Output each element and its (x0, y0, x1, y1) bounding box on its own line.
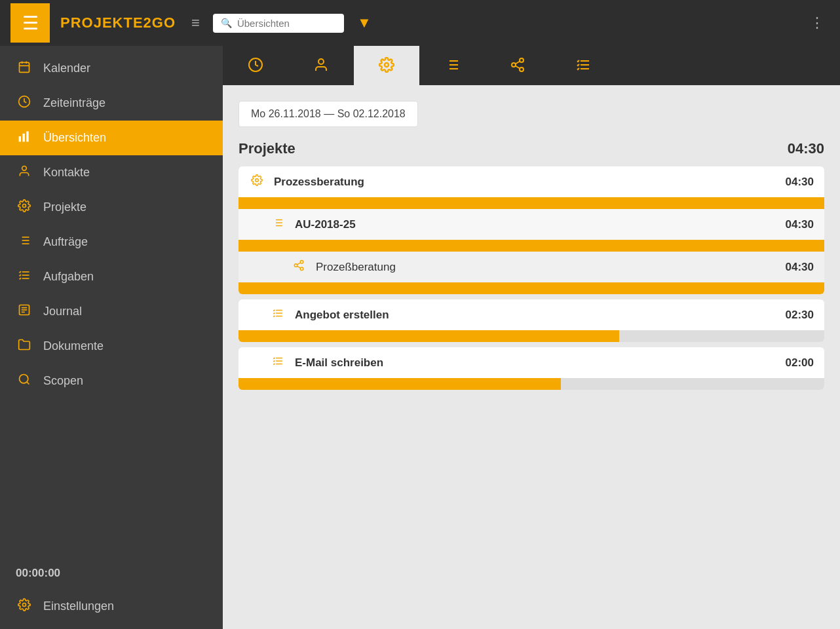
tab-checklist[interactable] (550, 46, 616, 85)
sidebar-item-projekte[interactable]: Projekte (0, 190, 223, 225)
section-title: Projekte (239, 140, 296, 157)
contact-icon (16, 164, 33, 181)
gear-icon (16, 199, 33, 216)
svg-rect-6 (23, 134, 25, 142)
sidebar-label-kontakte: Kontakte (43, 166, 90, 180)
folder-icon (16, 338, 33, 354)
sidebar-label-journal: Journal (43, 305, 82, 318)
more-options-button[interactable]: ⋮ (805, 9, 830, 37)
svg-point-35 (520, 58, 524, 62)
tab-list[interactable] (419, 46, 485, 85)
svg-point-23 (20, 375, 28, 383)
progress-bar-au2018 (239, 240, 824, 252)
sidebar-label-einstellungen: Einstellungen (43, 600, 114, 613)
project-time-au2018: 04:30 (786, 218, 814, 231)
sidebar-label-aufgaben: Aufgaben (43, 270, 94, 284)
search-icon: 🔍 (221, 18, 232, 28)
orders-icon (16, 234, 33, 250)
progress-bar-prozessberatung-sub (239, 282, 824, 294)
project-card-angebot: Angebot erstellen 02:30 (239, 299, 824, 342)
sidebar-item-kontakte[interactable]: Kontakte (0, 155, 223, 190)
svg-line-53 (297, 266, 300, 268)
progress-fill-au2018 (239, 240, 824, 252)
sidebar-item-scopen[interactable]: Scopen (0, 364, 223, 398)
sidebar-item-uebersichten[interactable]: Übersichten (0, 121, 223, 155)
section-total: 04:30 (788, 140, 824, 157)
progress-bar-email (239, 378, 824, 390)
content-body: Mo 26.11.2018 — So 02.12.2018 Projekte 0… (223, 85, 840, 629)
logo-text: PROJEKTE2GO (60, 14, 176, 31)
content-area: Mo 26.11.2018 — So 02.12.2018 Projekte 0… (223, 46, 840, 629)
progress-fill-prozessberatung (239, 197, 824, 209)
project-row-email[interactable]: E-Mail schreiben 02:00 (239, 347, 824, 378)
hamburger-button[interactable]: ≡ (186, 9, 205, 37)
sidebar-label-zeiteintraege: Zeiteinträge (43, 96, 105, 110)
tab-time[interactable] (223, 46, 288, 85)
tabs-bar (223, 46, 840, 85)
svg-point-51 (294, 264, 297, 267)
svg-point-25 (23, 603, 26, 607)
logo-box: ☰ (10, 3, 50, 43)
project-time-prozessberatung-sub: 04:30 (786, 261, 814, 274)
svg-point-37 (520, 67, 524, 71)
journal-icon (16, 303, 33, 320)
sidebar-label-auftraege: Aufträge (43, 235, 88, 249)
svg-point-52 (300, 267, 303, 271)
progress-bar-angebot (239, 330, 824, 342)
filter-button[interactable]: ▼ (352, 9, 377, 37)
tab-gear[interactable] (354, 46, 419, 85)
sidebar-bottom: 00:00:00 Einstellungen (0, 552, 223, 629)
clock-icon (16, 95, 33, 111)
sidebar-label-uebersichten: Übersichten (43, 131, 106, 145)
scope-icon (16, 373, 33, 389)
sidebar: Kalender Zeiteinträge Übersichten Kontak… (0, 46, 223, 629)
svg-rect-7 (26, 132, 28, 142)
main-layout: Kalender Zeiteinträge Übersichten Kontak… (0, 46, 840, 629)
sidebar-item-dokumente[interactable]: Dokumente (0, 329, 223, 364)
sidebar-item-aufgaben[interactable]: Aufgaben (0, 259, 223, 294)
calendar-icon (16, 60, 33, 77)
header: ☰ PROJEKTE2GO ≡ 🔍 ▼ ⋮ (0, 0, 840, 46)
project-row-au2018[interactable]: AU-2018-25 04:30 (239, 209, 824, 240)
progress-fill-prozessberatung-sub (239, 282, 824, 294)
project-icon-prozessberatung (249, 174, 265, 189)
sidebar-item-einstellungen[interactable]: Einstellungen (0, 589, 223, 624)
project-label-angebot: Angebot erstellen (295, 309, 776, 322)
settings-icon (16, 598, 33, 615)
project-row-prozessberatung-sub[interactable]: Prozeßberatung 04:30 (239, 252, 824, 282)
sidebar-item-auftraege[interactable]: Aufträge (0, 225, 223, 259)
project-row-angebot[interactable]: Angebot erstellen 02:30 (239, 299, 824, 330)
svg-point-8 (22, 166, 27, 171)
tasks-icon (16, 269, 33, 285)
project-row-prozessberatung[interactable]: Prozessberatung 04:30 (239, 166, 824, 197)
sidebar-item-zeiteintraege[interactable]: Zeiteinträge (0, 86, 223, 121)
tab-share[interactable] (485, 46, 550, 85)
svg-point-43 (256, 179, 259, 182)
section-header: Projekte 04:30 (239, 140, 824, 157)
sidebar-label-kalender: Kalender (43, 62, 90, 75)
sidebar-item-kalender[interactable]: Kalender (0, 51, 223, 86)
project-time-angebot: 02:30 (786, 309, 814, 322)
svg-point-27 (318, 59, 324, 64)
sidebar-label-projekte: Projekte (43, 200, 86, 214)
chart-icon (16, 130, 33, 146)
search-box: 🔍 (213, 14, 344, 33)
project-time-prozessberatung: 04:30 (786, 176, 814, 189)
project-card-email: E-Mail schreiben 02:00 (239, 347, 824, 390)
tab-person[interactable] (288, 46, 354, 85)
project-label-prozessberatung: Prozessberatung (274, 176, 776, 189)
project-icon-prozessberatung-sub (291, 259, 307, 275)
sidebar-item-journal[interactable]: Journal (0, 294, 223, 329)
progress-fill-angebot (239, 330, 619, 342)
project-label-prozessberatung-sub: Prozeßberatung (316, 261, 776, 274)
project-label-email: E-Mail schreiben (295, 356, 776, 370)
progress-fill-email (239, 378, 561, 390)
timer-display: 00:00:00 (0, 558, 223, 589)
project-icon-angebot (270, 307, 286, 322)
svg-line-38 (516, 66, 520, 68)
svg-point-36 (512, 63, 516, 67)
svg-line-24 (27, 382, 29, 385)
date-range-button[interactable]: Mo 26.11.2018 — So 02.12.2018 (239, 101, 418, 127)
search-input[interactable] (237, 18, 336, 29)
svg-line-54 (297, 263, 300, 265)
